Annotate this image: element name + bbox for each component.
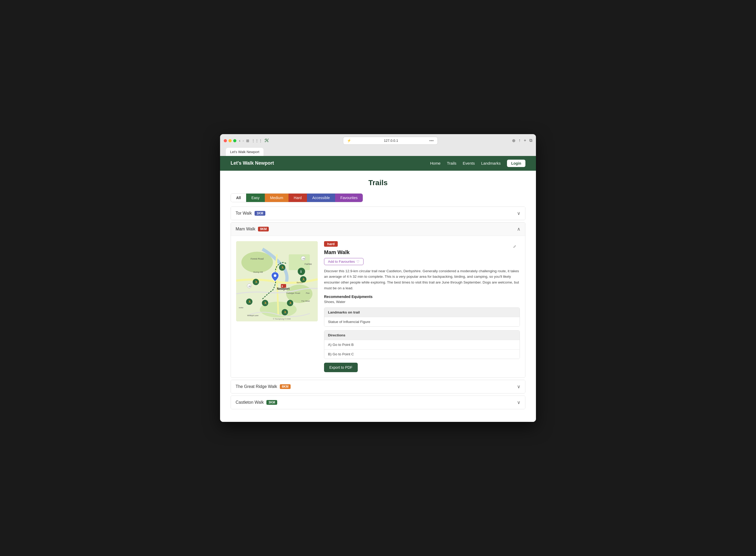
page-title: Trails xyxy=(231,179,525,187)
browser-actions: ⊕ ↑ + ⧉ xyxy=(512,138,532,143)
svg-text:🚴: 🚴 xyxy=(284,310,287,314)
back-icon[interactable]: ‹ xyxy=(239,138,240,143)
tab-favourites[interactable]: Favourites xyxy=(335,194,363,202)
landmarks-table: Landmarks on trail Statue of Influencial… xyxy=(324,308,520,327)
recommended-title: Recommended Equipments xyxy=(324,294,520,299)
export-pdf-button[interactable]: Export to PDF xyxy=(324,363,358,372)
active-tab[interactable]: Let's Walk Newport xyxy=(226,148,263,156)
trail-badge-tor: 1KM xyxy=(255,211,265,216)
svg-text:22: 22 xyxy=(249,285,251,287)
app-nav-links: Home Trails Events Landmarks Login xyxy=(430,160,525,167)
svg-text:ℹ: ℹ xyxy=(300,270,302,274)
trail-badge-mam: 9KM xyxy=(258,227,269,232)
svg-text:🚴: 🚴 xyxy=(264,301,267,305)
tabs-icon[interactable]: ⧉ xyxy=(529,138,532,143)
trail-row-greatridge: The Great Ridge Walk 6KM ∨ xyxy=(231,380,525,393)
tab-accessible[interactable]: Accessible xyxy=(307,194,335,202)
nav-home[interactable]: Home xyxy=(430,161,441,166)
svg-text:Fairlee: Fairlee xyxy=(304,263,312,265)
trail-name-greatridge: The Great Ridge Walk xyxy=(236,384,277,389)
url-icon: ⚡ xyxy=(347,139,351,143)
trail-badge-castleton: 3KM xyxy=(266,400,277,405)
landmarks-header: Landmarks on trail xyxy=(324,308,520,317)
url-more-icon[interactable]: ••• xyxy=(429,138,434,143)
trail-expanded-content-mam: Forest Road Hunny Hill Fairlee Barton Pa… xyxy=(231,236,525,377)
trail-title-area-greatridge: The Great Ridge Walk 6KM xyxy=(236,384,291,389)
download-icon[interactable]: ⊕ xyxy=(512,138,516,143)
page-content: Trails All Easy Medium Hard Accessible F… xyxy=(220,171,536,422)
sidebar-icon[interactable]: ⊞ xyxy=(246,139,249,143)
trail-header-castleton[interactable]: Castleton Walk 3KM ∨ xyxy=(231,396,525,409)
address-bar-container: ⚡ 127.0.0.1 ••• xyxy=(271,137,510,145)
minimize-button[interactable] xyxy=(229,139,232,142)
svg-point-1 xyxy=(241,252,273,273)
share-icon[interactable]: ↑ xyxy=(519,138,521,143)
forward-icon[interactable]: › xyxy=(242,138,244,143)
maximize-button[interactable] xyxy=(233,139,236,142)
svg-text:🚴: 🚴 xyxy=(302,277,306,281)
trail-name-mam: Mam Walk xyxy=(236,227,255,232)
svg-text:23: 23 xyxy=(302,257,305,260)
trail-header-mam[interactable]: Mam Walk 9KM ∧ xyxy=(231,222,525,236)
chevron-down-icon-tor: ∨ xyxy=(517,210,520,216)
trail-title-area-mam: Mam Walk 9KM xyxy=(236,227,269,232)
nav-events[interactable]: Events xyxy=(463,161,475,166)
tab-all[interactable]: All xyxy=(231,194,246,202)
recommended-items: Shoes, Water xyxy=(324,300,520,304)
address-bar[interactable]: ⚡ 127.0.0.1 ••• xyxy=(343,137,438,145)
svg-text:🚴: 🚴 xyxy=(289,301,292,305)
trail-name-castleton: Castleton Walk xyxy=(236,400,264,405)
chevron-down-icon-greatridge: ∨ xyxy=(517,384,520,389)
trail-header-tor[interactable]: Tor Walk 1KM ∨ xyxy=(231,207,525,220)
svg-text:Hunny Hill: Hunny Hill xyxy=(253,271,263,273)
direction-item-b: B) Go to Point C xyxy=(324,349,520,359)
chevron-up-icon-mam: ∧ xyxy=(517,226,520,232)
trail-title-area-castleton: Castleton Walk 3KM xyxy=(236,400,277,405)
trail-info-wrapper: hard Mam Walk Add to Favourites ♡ Discov… xyxy=(324,241,520,372)
svg-rect-4 xyxy=(289,254,310,270)
trail-map: Forest Road Hunny Hill Fairlee Barton Pa… xyxy=(236,241,318,321)
trail-title-area-tor: Tor Walk 1KM xyxy=(236,211,265,216)
trail-row-castleton: Castleton Walk 3KM ∨ xyxy=(231,395,525,409)
svg-text:Whitepit Lane: Whitepit Lane xyxy=(247,315,259,317)
svg-text:Forest Road: Forest Road xyxy=(251,257,264,260)
nav-trails[interactable]: Trails xyxy=(447,161,456,166)
browser-nav: ‹ › ⊞ ⋮⋮⋮ ℋ xyxy=(239,138,269,143)
svg-text:ooke: ooke xyxy=(239,306,243,309)
login-button[interactable]: Login xyxy=(507,160,525,167)
directions-header: Directions xyxy=(324,331,520,340)
direction-item-a: A) Go to Point B xyxy=(324,340,520,349)
expand-map-icon[interactable]: ⤢ xyxy=(512,243,518,250)
tab-hard[interactable]: Hard xyxy=(289,194,307,202)
new-tab-icon[interactable]: + xyxy=(524,138,526,143)
svg-text:Pan Mead: Pan Mead xyxy=(301,300,310,302)
add-to-favourites-button[interactable]: Add to Favourites ♡ xyxy=(324,258,364,265)
trail-name-tor: Tor Walk xyxy=(236,211,252,216)
svg-text:🚴: 🚴 xyxy=(281,266,285,269)
svg-text:Pan: Pan xyxy=(306,292,309,294)
trail-badge-greatridge: 6KM xyxy=(280,384,291,389)
svg-text:🚴: 🚴 xyxy=(248,300,252,304)
grid-icon[interactable]: ⋮⋮⋮ xyxy=(252,139,262,143)
url-text: 127.0.0.1 xyxy=(384,139,398,143)
trail-header-greatridge[interactable]: The Great Ridge Walk 6KM ∨ xyxy=(231,380,525,393)
tab-easy[interactable]: Easy xyxy=(246,194,265,202)
svg-text:© Toursprung © OSM: © Toursprung © OSM xyxy=(273,318,291,320)
heart-icon: ♡ xyxy=(356,259,360,264)
traffic-lights xyxy=(224,139,236,142)
directions-table: Directions A) Go to Point B B) Go to Poi… xyxy=(324,331,520,359)
browser-chrome: ‹ › ⊞ ⋮⋮⋮ ℋ ⚡ 127.0.0.1 ••• ⊕ ↑ + ⧉ L xyxy=(220,134,536,156)
trail-description: Discover this 12.9-km circular trail nea… xyxy=(324,268,520,291)
app-brand: Let's Walk Newport xyxy=(231,161,274,166)
trail-info-mam: hard Mam Walk Add to Favourites ♡ Discov… xyxy=(324,241,520,372)
trail-row-mam: Mam Walk 9KM ∧ xyxy=(231,222,525,378)
tab-medium[interactable]: Medium xyxy=(265,194,289,202)
app-navbar: Let's Walk Newport Home Trails Events La… xyxy=(220,156,536,171)
h-icon[interactable]: ℋ xyxy=(265,138,269,143)
svg-point-35 xyxy=(274,274,276,277)
close-button[interactable] xyxy=(224,139,227,142)
mam-walk-title: Mam Walk xyxy=(324,249,520,255)
nav-landmarks[interactable]: Landmarks xyxy=(481,161,501,166)
add-fav-text: Add to Favourites xyxy=(328,259,355,264)
browser-window: ‹ › ⊞ ⋮⋮⋮ ℋ ⚡ 127.0.0.1 ••• ⊕ ↑ + ⧉ L xyxy=(220,134,536,422)
